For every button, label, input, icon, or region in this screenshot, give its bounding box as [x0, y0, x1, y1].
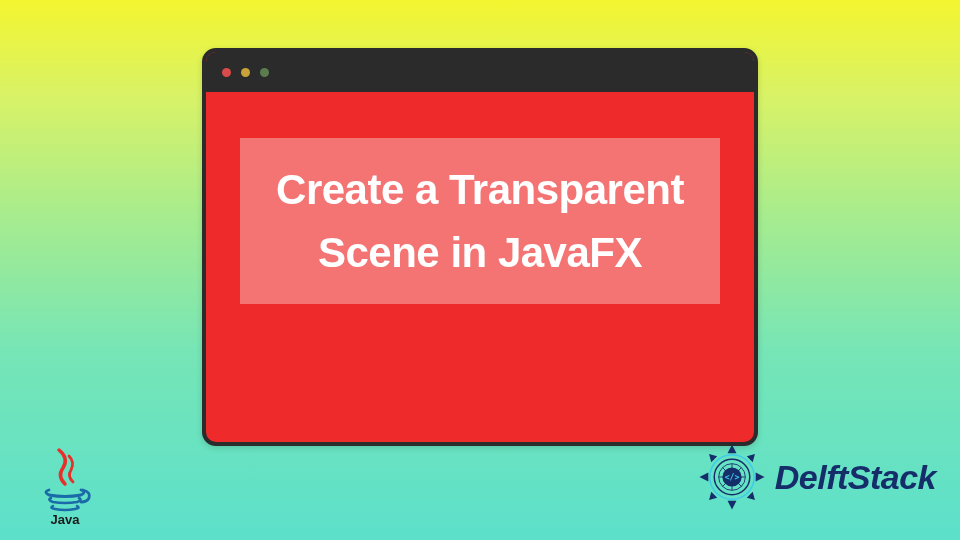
delftstack-logo: </> DelftStack	[695, 440, 936, 514]
minimize-icon	[241, 68, 250, 77]
java-logo: Java	[30, 446, 100, 526]
delftstack-label: DelftStack	[775, 458, 936, 497]
svg-marker-6	[699, 473, 708, 482]
java-icon: Java	[35, 446, 95, 526]
java-label: Java	[51, 512, 81, 526]
window-titlebar	[206, 52, 754, 92]
svg-marker-4	[727, 501, 736, 510]
mockup-window: Create a Transparent Scene in JavaFX	[202, 48, 758, 446]
heading-box: Create a Transparent Scene in JavaFX	[240, 138, 720, 304]
main-heading: Create a Transparent Scene in JavaFX	[264, 158, 696, 284]
maximize-icon	[260, 68, 269, 77]
close-icon	[222, 68, 231, 77]
svg-text:</>: </>	[724, 472, 739, 482]
delftstack-emblem-icon: </>	[695, 440, 769, 514]
window-content: Create a Transparent Scene in JavaFX	[206, 92, 754, 350]
svg-marker-0	[727, 444, 736, 453]
svg-marker-2	[755, 473, 764, 482]
